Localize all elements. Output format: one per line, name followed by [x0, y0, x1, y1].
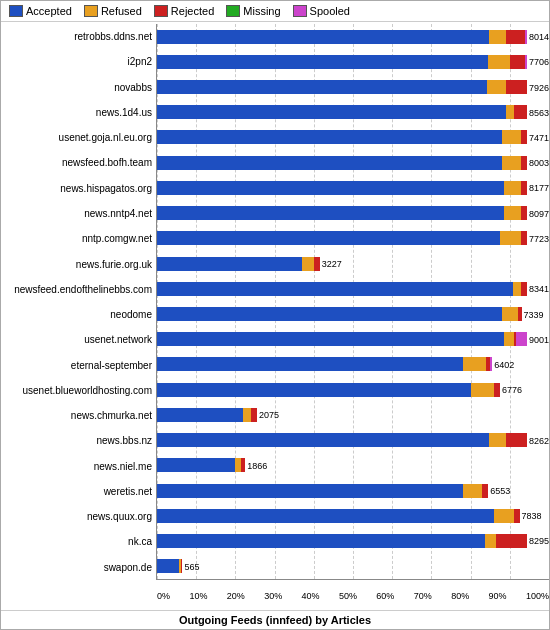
- legend-label-refused: Refused: [101, 5, 142, 17]
- y-label: newsfeed.bofh.team: [1, 154, 152, 172]
- y-label: news.bbs.nz: [1, 432, 152, 450]
- bar-row: 9001: [157, 330, 549, 348]
- bar-row: 6402: [157, 355, 549, 373]
- bar-value-label: 8014: [529, 32, 549, 42]
- bar-row: 2075: [157, 406, 549, 424]
- y-label: news.niel.me: [1, 457, 152, 475]
- x-axis-label: 100%: [526, 591, 549, 601]
- y-label: usenet.goja.nl.eu.org: [1, 129, 152, 147]
- legend-label-rejected: Rejected: [171, 5, 214, 17]
- bar-segment-rejected: [496, 534, 527, 548]
- bar-segment-accepted: [157, 534, 485, 548]
- bar-row: 8563: [157, 103, 549, 121]
- bar-segment-refused: [488, 55, 509, 69]
- legend-box-refused: [84, 5, 98, 17]
- x-axis-label: 50%: [339, 591, 357, 601]
- legend-box-spooled: [293, 5, 307, 17]
- bar-segment-refused: [471, 383, 495, 397]
- bar-segment-accepted: [157, 156, 502, 170]
- y-label: weretis.net: [1, 482, 152, 500]
- bar-segment-accepted: [157, 458, 235, 472]
- bar-segment-refused: [504, 181, 521, 195]
- chart-area: retrobbs.ddns.neti2pn2novabbsnews.1d4.us…: [1, 22, 549, 610]
- bar-value-label: 7339: [524, 310, 544, 320]
- bar-value-label: 8097: [529, 209, 549, 219]
- bars-area: 8014770679268563747180038177809777233227…: [156, 24, 549, 580]
- bar-row: 7339: [157, 305, 549, 323]
- legend: AcceptedRefusedRejectedMissingSpooled: [1, 1, 549, 22]
- y-label: retrobbs.ddns.net: [1, 28, 152, 46]
- bar-value-label: 7838: [522, 511, 542, 521]
- y-label: i2pn2: [1, 53, 152, 71]
- bar-segment-refused: [504, 206, 521, 220]
- bar-segment-accepted: [157, 357, 463, 371]
- bar-value-label: 8295: [529, 536, 549, 546]
- bar-segment-refused: [506, 105, 514, 119]
- bar-segment-accepted: [157, 130, 502, 144]
- legend-item-rejected: Rejected: [154, 5, 214, 17]
- bar-value-label: 8563: [529, 108, 549, 118]
- bar-value-label: 7706: [529, 57, 549, 67]
- legend-box-rejected: [154, 5, 168, 17]
- bar-row: 565: [157, 557, 549, 575]
- bar-segment-refused: [463, 484, 483, 498]
- bar-value-label: 8177: [529, 183, 549, 193]
- bar-segment-refused: [504, 332, 514, 346]
- legend-item-spooled: Spooled: [293, 5, 350, 17]
- y-label: news.nntp4.net: [1, 204, 152, 222]
- y-label: usenet.network: [1, 331, 152, 349]
- bar-value-label: 7471: [529, 133, 549, 143]
- legend-item-missing: Missing: [226, 5, 280, 17]
- bar-segment-refused: [494, 509, 514, 523]
- bar-segment-rejected: [506, 433, 527, 447]
- y-label: news.quux.org: [1, 508, 152, 526]
- bar-segment-refused: [463, 357, 487, 371]
- x-axis-label: 0%: [157, 591, 170, 601]
- bar-row: 7706: [157, 53, 549, 71]
- bar-row: 6776: [157, 381, 549, 399]
- y-label: eternal-september: [1, 356, 152, 374]
- y-label: nntp.comgw.net: [1, 230, 152, 248]
- bar-value-label: 8341: [529, 284, 549, 294]
- y-label: news.hispagatos.org: [1, 179, 152, 197]
- bar-segment-refused: [487, 80, 506, 94]
- bar-row: 8177: [157, 179, 549, 197]
- bar-value-label: 6402: [494, 360, 514, 370]
- legend-box-missing: [226, 5, 240, 17]
- y-labels: retrobbs.ddns.neti2pn2novabbsnews.1d4.us…: [1, 24, 156, 580]
- bar-segment-accepted: [157, 559, 179, 573]
- legend-box-accepted: [9, 5, 23, 17]
- legend-item-refused: Refused: [84, 5, 142, 17]
- bar-value-label: 3227: [322, 259, 342, 269]
- bar-segment-accepted: [157, 282, 513, 296]
- x-axis-labels: 0%10%20%30%40%50%60%70%80%90%100%: [157, 591, 549, 601]
- bar-segment-accepted: [157, 231, 500, 245]
- bar-row: 8003: [157, 154, 549, 172]
- bar-segment-rejected: [514, 105, 527, 119]
- x-axis-label: 90%: [489, 591, 507, 601]
- bar-row: 1866: [157, 456, 549, 474]
- bar-segment-accepted: [157, 307, 502, 321]
- bar-segment-refused: [502, 307, 518, 321]
- x-axis-label: 20%: [227, 591, 245, 601]
- bar-value-label: 2075: [259, 410, 279, 420]
- bar-segment-refused: [502, 130, 522, 144]
- bar-row: 7723: [157, 229, 549, 247]
- bar-value-label: 8003: [529, 158, 549, 168]
- bar-segment-spooled: [516, 332, 527, 346]
- bar-row: 8014: [157, 28, 549, 46]
- bar-value-label: 7926: [529, 83, 549, 93]
- y-label: news.chmurka.net: [1, 407, 152, 425]
- x-axis-label: 80%: [451, 591, 469, 601]
- legend-label-missing: Missing: [243, 5, 280, 17]
- bar-value-label: 6553: [490, 486, 510, 496]
- legend-label-accepted: Accepted: [26, 5, 72, 17]
- y-label: swapon.de: [1, 558, 152, 576]
- bar-row: 8097: [157, 204, 549, 222]
- bar-segment-accepted: [157, 181, 504, 195]
- x-axis-label: 10%: [189, 591, 207, 601]
- bar-segment-rejected: [506, 30, 525, 44]
- y-label: nk.ca: [1, 533, 152, 551]
- bar-segment-accepted: [157, 257, 302, 271]
- bar-value-label: 1866: [247, 461, 267, 471]
